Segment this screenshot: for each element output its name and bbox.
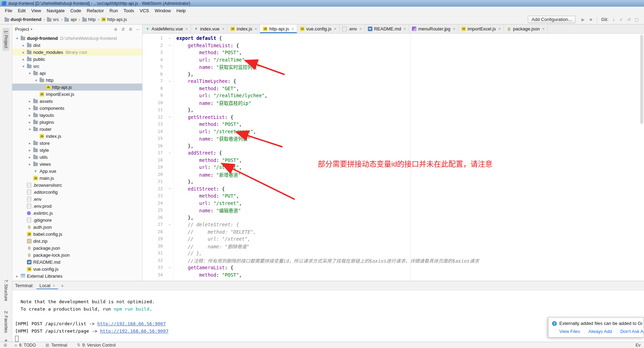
line-number[interactable]: 16 — [142, 143, 166, 148]
code-line[interactable]: 20 name: "新增巷道" — [142, 171, 639, 178]
chevron-collapsed-icon[interactable]: ▸ — [27, 99, 33, 103]
line-number[interactable]: 24 — [142, 201, 166, 206]
tree-item-babel.config.js[interactable]: JSbabel.config.js — [12, 230, 142, 237]
notification-action-don-t-ask-agai[interactable]: Don't Ask Agai — [620, 329, 644, 334]
close-icon[interactable]: × — [186, 27, 188, 31]
tree-item-App.vue[interactable]: ▼App.vue — [12, 168, 142, 175]
tab-package.json[interactable]: {}package.json× — [504, 24, 548, 33]
tree-item-.eslintrc.js[interactable]: .eslintrc.js — [12, 209, 142, 216]
fold-marker-icon[interactable]: − — [166, 114, 174, 121]
tab-http-api.js[interactable]: JShttp-api.js× — [260, 24, 297, 33]
code-line[interactable]: 33− getCameraList: { — [142, 264, 639, 271]
menu-tools[interactable]: Tools — [121, 7, 137, 15]
code-line[interactable]: 23 method: "PUT", — [142, 192, 639, 200]
tree-item-index.js[interactable]: JSindex.js — [12, 133, 142, 140]
tree-item-External Libraries[interactable]: ▸External Libraries — [12, 272, 142, 279]
line-number[interactable]: 3 — [142, 50, 166, 55]
chevron-expanded-icon[interactable]: ▾ — [27, 71, 33, 75]
history-icon[interactable]: ↺ — [625, 17, 633, 22]
menu-file[interactable]: File — [2, 7, 15, 15]
line-number[interactable]: 8 — [142, 86, 166, 91]
tab-AsideMenu.vue[interactable]: ▼AsideMenu.vue× — [142, 24, 191, 33]
tree-item-node_modules[interactable]: ▸node_moduleslibrary root — [12, 49, 142, 56]
tree-item-api[interactable]: ▾api — [12, 70, 142, 77]
close-icon[interactable]: × — [292, 27, 294, 31]
editor-scrollbar[interactable] — [639, 34, 644, 281]
close-icon[interactable]: × — [53, 284, 55, 288]
close-icon[interactable]: × — [334, 27, 336, 31]
fold-marker-icon[interactable]: − — [166, 78, 174, 85]
tree-item-.browserslistrc[interactable]: .browserslistrc — [12, 182, 142, 189]
run-icon[interactable]: ▶ — [579, 17, 587, 22]
code-line[interactable]: 3 method: "POST", — [142, 49, 639, 56]
tree-item-http[interactable]: ▾http — [12, 77, 142, 84]
line-number[interactable]: 5 — [142, 64, 166, 69]
new-terminal-icon[interactable]: + — [61, 283, 64, 289]
line-number[interactable]: 17 — [142, 150, 166, 155]
chevron-expanded-icon[interactable]: ▾ — [21, 64, 26, 68]
expand-collapse-icon[interactable]: ⇵ — [121, 27, 125, 32]
stripe-tab-project[interactable]: 1: Project — [2, 28, 9, 51]
line-number[interactable]: 28 — [142, 229, 166, 234]
code-line[interactable]: 25 name: "编辑巷道" — [142, 207, 639, 214]
tree-item-src[interactable]: ▾src — [12, 63, 142, 70]
fold-marker-icon[interactable]: − — [166, 42, 174, 49]
chevron-collapsed-icon[interactable]: ▸ — [27, 141, 33, 145]
line-number[interactable]: 6 — [142, 72, 166, 77]
tree-item-layouts[interactable]: ▸layouts — [12, 112, 142, 119]
close-icon[interactable]: × — [222, 27, 224, 31]
tree-item-assets[interactable]: ▸assets — [12, 98, 142, 105]
line-number[interactable]: 4 — [142, 57, 166, 62]
line-number[interactable]: 29 — [142, 236, 166, 241]
line-number[interactable]: 19 — [142, 165, 166, 170]
chevron-down-icon[interactable]: ▾ — [30, 27, 32, 31]
line-number[interactable]: 22 — [142, 186, 166, 191]
fold-marker-icon[interactable]: − — [166, 264, 174, 271]
menu-window[interactable]: Window — [152, 7, 174, 15]
line-number[interactable]: 30 — [142, 244, 166, 249]
line-number[interactable]: 10 — [142, 100, 166, 105]
line-number[interactable]: 23 — [142, 193, 166, 198]
fold-marker-icon[interactable]: − — [166, 35, 174, 42]
line-number[interactable]: 20 — [142, 172, 166, 177]
close-icon[interactable]: × — [359, 27, 362, 31]
breadcrumb-item-src[interactable]: src — [46, 16, 60, 22]
tree-item-dist[interactable]: ▸dist — [12, 42, 142, 49]
fold-marker-icon[interactable]: − — [166, 149, 174, 157]
tree-item-utils[interactable]: ▸utils — [12, 154, 142, 161]
breadcrumb-item-http[interactable]: http — [81, 16, 97, 22]
code-line[interactable]: 11 }, — [142, 106, 639, 114]
fold-marker-icon[interactable]: − — [166, 185, 174, 193]
line-number[interactable]: 33 — [142, 265, 166, 270]
stripe-tab-structure[interactable]: 7: Structure — [2, 277, 9, 304]
chevron-collapsed-icon[interactable]: ▸ — [21, 43, 26, 47]
chevron-collapsed-icon[interactable]: ▸ — [27, 155, 33, 159]
add-configuration-button[interactable]: Add Configuration... — [528, 16, 576, 23]
close-icon[interactable]: × — [453, 27, 455, 31]
git-commit-icon[interactable]: ✓ — [617, 17, 625, 22]
stop-icon[interactable]: ■ — [587, 17, 595, 22]
tree-item-auth.json[interactable]: {}auth.json — [12, 223, 142, 230]
scrollbar-thumb[interactable] — [640, 35, 643, 124]
code-line[interactable]: 1−export default { — [142, 35, 639, 42]
tree-item-router[interactable]: ▾router — [12, 126, 142, 133]
tree-item-views[interactable]: ▸views — [12, 161, 142, 168]
tab-index.js[interactable]: JSindex.js× — [227, 24, 260, 33]
code-line[interactable]: 21 }, — [142, 178, 639, 185]
code-line[interactable]: 4 url: "/realTime", — [142, 56, 639, 64]
line-number[interactable]: 12 — [142, 115, 166, 120]
line-number[interactable]: 7 — [142, 79, 166, 84]
tree-item-package-lock.json[interactable]: {}package-lock.json — [12, 251, 142, 258]
notification-action-view-files[interactable]: View Files — [559, 329, 580, 334]
statusbar-item-6-todo[interactable]: ≡6: TODO — [15, 343, 36, 348]
line-number[interactable]: 1 — [142, 36, 166, 41]
close-icon[interactable]: × — [404, 27, 406, 31]
tab-.env[interactable]: .env× — [340, 24, 365, 33]
terminal-tab-local[interactable]: Local × — [36, 282, 58, 289]
line-number[interactable]: 21 — [142, 179, 166, 184]
tree-item-store[interactable]: ▸store — [12, 140, 142, 147]
notification-action-always-add[interactable]: Always Add — [588, 329, 612, 334]
tab-importExcel.js[interactable]: JSimportExcel.js× — [458, 24, 504, 33]
tree-item-importExcel.js[interactable]: JSimportExcel.js — [12, 91, 142, 98]
code-line[interactable]: 9 url: "/realTime/lychee", — [142, 92, 639, 99]
